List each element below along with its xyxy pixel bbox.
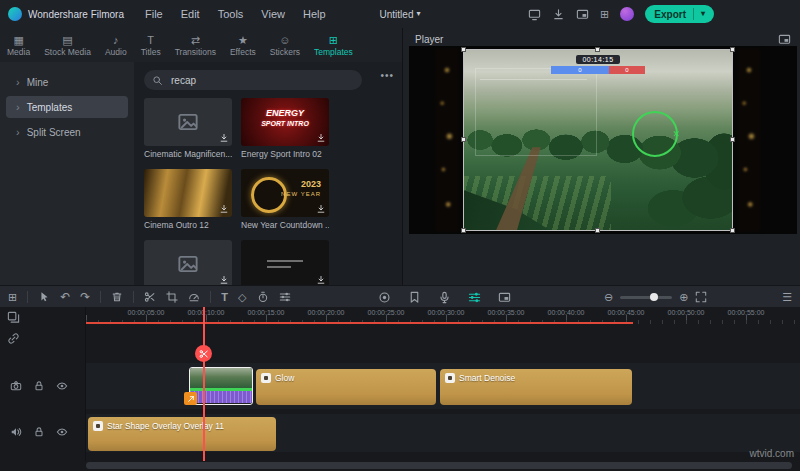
download-icon[interactable]: [316, 133, 326, 143]
tab-media[interactable]: ▦ Media: [0, 28, 37, 62]
crop-icon[interactable]: [166, 291, 178, 303]
delete-icon[interactable]: [111, 291, 123, 303]
download-icon[interactable]: [219, 275, 229, 285]
template-card[interactable]: Cinematic Magnificen...: [144, 98, 232, 159]
save-icon[interactable]: [552, 8, 565, 21]
audio-mixer-icon[interactable]: [468, 291, 481, 304]
project-title-dropdown[interactable]: Untitled ▾: [380, 9, 421, 20]
zoom-slider-handle[interactable]: [650, 293, 658, 301]
track-manager-icon[interactable]: ☰: [782, 292, 792, 303]
zoom-slider[interactable]: [620, 296, 672, 299]
layout-icon[interactable]: [576, 8, 589, 21]
template-card[interactable]: [241, 240, 329, 285]
playhead[interactable]: [203, 307, 205, 461]
resize-handle[interactable]: [595, 47, 600, 52]
template-thumbnail[interactable]: [144, 98, 232, 146]
template-thumbnail[interactable]: [144, 169, 232, 217]
template-card[interactable]: Cinema Outro 12: [144, 169, 232, 230]
search-bar[interactable]: [144, 70, 362, 90]
template-thumbnail[interactable]: [241, 240, 329, 285]
clip-label: Smart Denoise: [445, 373, 515, 383]
template-card[interactable]: [144, 240, 232, 285]
add-text-icon[interactable]: T: [221, 292, 228, 303]
render-preview-icon[interactable]: [498, 291, 511, 304]
undo-icon[interactable]: ↶: [60, 291, 70, 303]
template-thumbnail[interactable]: ENERGY SPORT INTRO: [241, 98, 329, 146]
pointer-tool-icon[interactable]: [38, 291, 50, 303]
grid-icon[interactable]: ⊞: [600, 9, 609, 20]
more-options-button[interactable]: •••: [380, 70, 394, 81]
sidebar-item-split-screen[interactable]: › Split Screen: [6, 121, 128, 143]
menu-view[interactable]: View: [252, 8, 294, 20]
download-icon[interactable]: [219, 204, 229, 214]
download-icon[interactable]: [316, 275, 326, 285]
search-input[interactable]: [169, 74, 323, 87]
link-clips-icon[interactable]: [7, 332, 20, 345]
keyframe-icon[interactable]: ◇: [238, 292, 246, 303]
tab-stickers[interactable]: ☺ Stickers: [263, 28, 307, 62]
transition-badge[interactable]: [184, 392, 197, 405]
marker-icon[interactable]: [408, 291, 421, 304]
preview-window-icon[interactable]: [778, 33, 791, 46]
track-camera-icon[interactable]: [10, 380, 22, 392]
layers-icon[interactable]: [7, 311, 20, 324]
display-icon[interactable]: [528, 8, 541, 21]
download-icon[interactable]: [316, 204, 326, 214]
selected-video-clip[interactable]: [189, 367, 253, 405]
tab-audio[interactable]: ♪ Audio: [98, 28, 134, 62]
effect-clip-glow[interactable]: Glow: [256, 369, 436, 405]
timer-icon[interactable]: [257, 291, 269, 303]
resize-handle[interactable]: [730, 137, 735, 142]
zoom-in-icon[interactable]: ⊕: [679, 292, 688, 303]
thumb-text: NEW YEAR: [281, 191, 321, 197]
effect-clip-smart-denoise[interactable]: Smart Denoise: [440, 369, 632, 405]
screen-record-icon[interactable]: [378, 291, 391, 304]
resize-handle[interactable]: [461, 137, 466, 142]
export-button[interactable]: Export ▾: [645, 5, 714, 23]
sidebar-item-mine[interactable]: › Mine: [6, 71, 128, 93]
export-chevron-icon[interactable]: ▾: [701, 10, 705, 18]
horizontal-scrollbar[interactable]: [86, 462, 792, 469]
tab-titles[interactable]: T Titles: [134, 28, 168, 62]
resize-handle[interactable]: [461, 47, 466, 52]
menu-edit[interactable]: Edit: [172, 8, 209, 20]
tab-effects[interactable]: ★ Effects: [223, 28, 263, 62]
bokeh-left: [435, 48, 459, 232]
resize-handle[interactable]: [730, 47, 735, 52]
lock-icon[interactable]: [33, 426, 45, 438]
resize-handle[interactable]: [461, 228, 466, 233]
zoom-out-icon[interactable]: ⊖: [604, 292, 613, 303]
avatar[interactable]: [620, 7, 634, 21]
download-icon[interactable]: [219, 133, 229, 143]
voiceover-mic-icon[interactable]: [438, 291, 451, 304]
resize-handle[interactable]: [595, 228, 600, 233]
menu-help[interactable]: Help: [294, 8, 335, 20]
adjust-icon[interactable]: [279, 291, 291, 303]
split-icon[interactable]: [144, 291, 156, 303]
tab-transitions[interactable]: ⇄ Transitions: [168, 28, 223, 62]
template-card[interactable]: ENERGY SPORT INTRO Energy Sport Intro 02: [241, 98, 329, 159]
tab-stock-media[interactable]: ▤ Stock Media: [37, 28, 98, 62]
eye-icon[interactable]: [56, 426, 68, 438]
search-icon: [152, 75, 163, 86]
menu-file[interactable]: File: [136, 8, 172, 20]
x-handle-icon[interactable]: ✕: [672, 129, 682, 139]
template-thumbnail[interactable]: 2023 NEW YEAR: [241, 169, 329, 217]
mute-speaker-icon[interactable]: [10, 426, 22, 438]
eye-icon[interactable]: [56, 380, 68, 392]
resize-handle[interactable]: [730, 228, 735, 233]
speed-icon[interactable]: [188, 291, 200, 303]
zoom-fit-icon[interactable]: [695, 291, 707, 303]
manage-tracks-icon[interactable]: ⊞: [8, 292, 17, 303]
menu-tools[interactable]: Tools: [209, 8, 253, 20]
overlay-clip-star-shape[interactable]: Star Shape Overlay Overlay 11: [88, 417, 276, 451]
template-card[interactable]: 2023 NEW YEAR New Year Countdown ...: [241, 169, 329, 230]
template-thumbnail[interactable]: [144, 240, 232, 285]
lock-icon[interactable]: [33, 380, 45, 392]
thumb-text-line: [267, 260, 303, 262]
sidebar-item-templates[interactable]: › Templates: [6, 96, 128, 118]
redo-icon[interactable]: ↷: [80, 291, 90, 303]
video-preview[interactable]: ✕ 00:14:15 0 0: [463, 49, 733, 231]
playhead-split-button[interactable]: [195, 345, 212, 362]
tab-templates[interactable]: ⊞ Templates: [307, 28, 360, 62]
